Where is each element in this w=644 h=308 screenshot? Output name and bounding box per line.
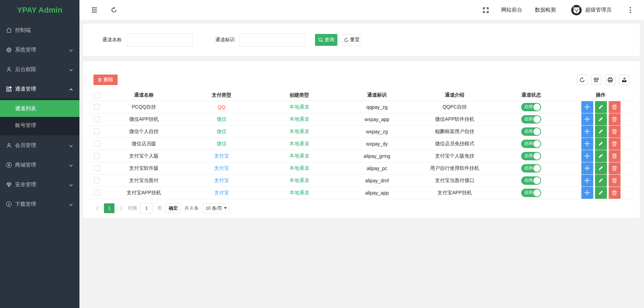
table-print-icon[interactable] <box>605 75 615 85</box>
cell-ident: alipay_pc <box>338 162 416 174</box>
rmb-icon <box>6 162 12 168</box>
channel-ident-input[interactable] <box>239 33 306 47</box>
sidebar-subitem-3-1[interactable]: 账号管理 <box>0 117 79 134</box>
row-delete-button[interactable] <box>609 101 621 113</box>
cell-name: 微信APP挂机 <box>105 113 183 125</box>
query-button[interactable]: 查询 <box>315 34 337 46</box>
pagination: 1 到第 页 确定 共 8 条 10 条/页 <box>95 203 636 213</box>
select-all-checkbox[interactable] <box>94 92 100 98</box>
move-button[interactable] <box>581 138 593 150</box>
prev-page-icon[interactable] <box>95 206 99 211</box>
row-checkbox[interactable] <box>94 104 100 110</box>
edit-button[interactable] <box>595 187 607 199</box>
move-button[interactable] <box>581 162 593 174</box>
row-checkbox[interactable] <box>94 141 100 147</box>
status-toggle[interactable]: 启用 <box>521 140 541 148</box>
table-panel: 删除 <box>83 61 640 218</box>
nav-data-check[interactable]: 数据检测 <box>535 7 556 13</box>
sidebar-subitem-3-0[interactable]: 通道列表 <box>0 100 79 117</box>
nav-site-front[interactable]: 网站前台 <box>501 7 522 13</box>
more-vertical-icon[interactable] <box>628 7 633 14</box>
row-checkbox[interactable] <box>94 165 100 171</box>
row-delete-button[interactable] <box>609 126 621 138</box>
edit-button[interactable] <box>595 113 607 125</box>
status-toggle[interactable]: 启用 <box>521 189 541 197</box>
move-button[interactable] <box>581 150 593 162</box>
row-delete-button[interactable] <box>609 162 621 174</box>
move-button[interactable] <box>581 187 593 199</box>
sidebar-item-3[interactable]: 通道管理 <box>0 79 79 99</box>
sidebar-item-5[interactable]: 商城管理 <box>0 155 79 175</box>
sidebar-item-4[interactable]: 会员管理 <box>0 135 79 155</box>
status-toggle[interactable]: 启用 <box>521 127 541 136</box>
row-delete-button[interactable] <box>609 113 621 125</box>
status-toggle[interactable]: 启用 <box>521 164 541 173</box>
sidebar-item-1[interactable]: 系统管理 <box>0 40 79 59</box>
table-refresh-icon[interactable] <box>577 75 587 85</box>
table-columns-icon[interactable] <box>591 75 601 85</box>
main-area: 网站前台 数据检测 <box>79 0 644 308</box>
status-toggle[interactable]: 启用 <box>521 103 541 111</box>
move-button[interactable] <box>581 126 593 138</box>
col-header-ident: 通道标识 <box>338 90 416 101</box>
edit-button[interactable] <box>595 126 607 138</box>
sidebar-item-7[interactable]: 下载管理 <box>0 194 79 214</box>
table-export-icon[interactable] <box>619 75 629 85</box>
move-button[interactable] <box>581 101 593 113</box>
status-toggle[interactable]: 启用 <box>521 115 541 124</box>
edit-button[interactable] <box>595 101 607 113</box>
row-checkbox[interactable] <box>94 177 100 183</box>
user-name[interactable]: 超级管理员 <box>585 7 611 13</box>
reset-button[interactable]: 重置 <box>342 34 362 46</box>
goto-page-input[interactable] <box>140 203 153 213</box>
channels-table: 通道名称 支付类型 创建类型 通道标识 通道介绍 通道状态 操作 PCQQ自挂Q… <box>88 90 633 199</box>
row-checkbox[interactable] <box>94 128 100 134</box>
col-header-pay-type: 支付类型 <box>183 90 260 101</box>
user-avatar[interactable] <box>571 5 582 15</box>
current-page[interactable]: 1 <box>104 203 114 213</box>
next-page-icon[interactable] <box>119 206 123 211</box>
status-toggle[interactable]: 启用 <box>521 176 541 185</box>
row-checkbox[interactable] <box>94 116 100 122</box>
move-button[interactable] <box>581 113 593 125</box>
edit-button[interactable] <box>595 175 607 187</box>
cell-create-type: 本地通道 <box>260 174 338 187</box>
confirm-page-button[interactable]: 确定 <box>165 203 181 213</box>
sidebar-item-0[interactable]: 控制端 <box>0 20 79 40</box>
edit-button[interactable] <box>595 162 607 174</box>
row-delete-button[interactable] <box>609 175 621 187</box>
row-checkbox[interactable] <box>94 190 100 196</box>
sidebar-item-label: 商城管理 <box>15 162 69 168</box>
sidebar-item-label: 会员管理 <box>15 142 69 149</box>
delete-button[interactable]: 删除 <box>93 75 118 85</box>
refresh-icon[interactable] <box>106 0 121 20</box>
chevron-down-icon <box>69 143 73 147</box>
table-row-2: 微信个人自挂微信本地通道wxpay_zg鲲鹏框架用户自挂启用 <box>88 125 633 138</box>
reset-icon <box>344 38 349 42</box>
row-select-cell <box>88 162 105 174</box>
row-delete-button[interactable] <box>609 150 621 162</box>
edit-button[interactable] <box>595 150 607 162</box>
cell-pay-type: 支付宝 <box>183 174 260 187</box>
sidebar-item-label: 安全管理 <box>15 181 69 188</box>
page-size-select[interactable]: 10 条/页 <box>203 203 230 213</box>
sidebar-item-2[interactable]: 后台权限 <box>0 59 79 79</box>
goto-label: 到第 <box>128 205 137 211</box>
row-delete-button[interactable] <box>609 187 621 199</box>
cell-ops <box>569 101 633 113</box>
channel-name-label: 通道名称 <box>102 37 122 43</box>
table-tools <box>577 75 629 85</box>
collapse-menu-icon[interactable] <box>86 0 102 20</box>
row-delete-button[interactable] <box>609 138 621 150</box>
edit-button[interactable] <box>595 138 607 150</box>
fullscreen-icon[interactable] <box>483 7 489 13</box>
sidebar: YPAY Admin 控制端系统管理后台权限通道管理通道列表账号管理会员管理商城… <box>0 0 79 308</box>
table-row-4: 支付宝个人版支付宝本地通道alipay_grmg支付宝个人版免挂启用 <box>88 150 633 162</box>
user-icon <box>6 142 12 148</box>
row-checkbox[interactable] <box>94 153 100 159</box>
move-button[interactable] <box>581 175 593 187</box>
status-toggle[interactable]: 启用 <box>521 152 541 160</box>
chevron-down-icon <box>69 67 73 71</box>
channel-name-input[interactable] <box>127 33 193 47</box>
sidebar-item-6[interactable]: 安全管理 <box>0 175 79 194</box>
